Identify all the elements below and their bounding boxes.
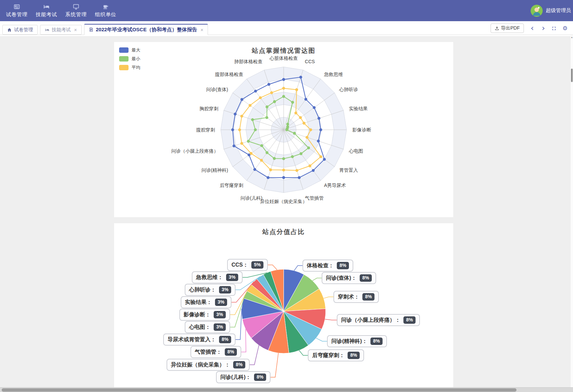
radar-data-point[interactable] (299, 116, 302, 119)
vertical-scrollbar-thumb[interactable] (571, 69, 573, 82)
radar-data-point[interactable] (291, 155, 294, 158)
radar-data-point[interactable] (299, 152, 302, 155)
user-menu[interactable]: 超级管理员 (531, 0, 571, 21)
export-pdf-button[interactable]: 导出PDF (491, 24, 524, 33)
radar-data-point[interactable] (240, 142, 243, 145)
radar-data-point[interactable] (259, 96, 262, 99)
radar-axis-label: 腹部体格检查 (215, 72, 243, 77)
gear-icon[interactable]: ⚙ (563, 26, 568, 31)
pie-label-value-badge: 8% (370, 338, 383, 345)
radar-data-point[interactable] (323, 158, 326, 161)
vertical-scrollbar[interactable]: ▲ (571, 35, 573, 387)
radar-data-point[interactable] (307, 147, 310, 150)
pie-label-实验结果: 实验结果：3% (181, 296, 231, 308)
radar-data-point[interactable] (234, 113, 237, 116)
radar-data-point[interactable] (294, 112, 297, 115)
pie-callout-line (241, 329, 246, 352)
radar-data-point[interactable] (247, 140, 250, 143)
radar-data-point[interactable] (309, 128, 312, 131)
radar-data-point[interactable] (319, 155, 322, 158)
radar-data-point[interactable] (273, 157, 276, 160)
pie-label-name: 气管插管： (195, 349, 222, 356)
radar-data-point[interactable] (298, 176, 301, 179)
radar-data-point[interactable] (253, 168, 256, 171)
pie-callout-line (324, 297, 333, 298)
radar-axis-label: 问诊(儿科) (241, 195, 262, 201)
pie-label-急救思维: 急救思维：3% (192, 271, 243, 283)
radar-data-point[interactable] (282, 176, 285, 179)
radar-data-point[interactable] (267, 83, 271, 86)
main-menu: 试卷管理技能考试系统管理组织单位 (2, 0, 120, 21)
radar-data-point[interactable] (265, 116, 268, 119)
radar-chart-card: 站点掌握情况雷达图 最大最小平均 心脏体格检查CCS急救思维心肺听诊实验结果影像… (114, 42, 453, 217)
nav-item-技能考试[interactable]: 技能考试 (32, 0, 61, 21)
radar-data-point[interactable] (282, 168, 285, 171)
pie-label-name: 心肺听诊： (189, 286, 216, 293)
avatar[interactable] (531, 5, 543, 17)
radar-axis-label: 问诊(精神科) (202, 167, 228, 173)
radar-data-point[interactable] (309, 164, 312, 167)
radar-data-point[interactable] (291, 101, 294, 104)
nav-item-组织单位[interactable]: 组织单位 (91, 0, 120, 21)
radar-data-point[interactable] (241, 98, 244, 101)
tab-技能考试[interactable]: 技能考试× (40, 25, 82, 35)
radar-data-point[interactable] (319, 128, 322, 131)
nav-item-试卷管理[interactable]: 试卷管理 (2, 0, 32, 21)
scrollbar-up-arrow[interactable]: ▲ (571, 36, 573, 38)
radar-data-point[interactable] (293, 132, 296, 135)
radar-data-point[interactable] (299, 76, 302, 79)
radar-data-point[interactable] (254, 128, 257, 131)
radar-data-point[interactable] (240, 115, 243, 118)
pie-label-导尿术或胃管置入: 导尿术或胃管置入：8% (163, 334, 236, 346)
radar-data-point[interactable] (317, 140, 320, 143)
radar-data-point[interactable] (318, 117, 321, 120)
radar-data-point[interactable] (251, 118, 254, 121)
radar-data-point[interactable] (302, 122, 306, 125)
pie-callout-line (294, 266, 302, 271)
radar-data-point[interactable] (231, 128, 234, 131)
radar-data-point[interactable] (282, 157, 285, 160)
nav-item-系统管理[interactable]: 系统管理 (61, 0, 91, 21)
pie-chart-card: 站点分值占比 体格检查：8%问诊(查体)：8%穿刺术：8%问诊（小腿上段疼痛）：… (114, 223, 453, 392)
radar-data-point[interactable] (266, 176, 270, 179)
radar-data-point[interactable] (295, 169, 298, 172)
pie-label-影像诊断: 影像诊断：3% (179, 309, 230, 321)
chevron-left-icon[interactable] (530, 26, 535, 31)
chevron-right-icon[interactable] (541, 26, 545, 31)
radar-data-point[interactable] (265, 106, 268, 109)
document-icon (89, 27, 94, 32)
pie-label-name: 影像诊断： (184, 311, 211, 318)
radar-data-point[interactable] (238, 128, 241, 131)
radar-data-point[interactable] (295, 88, 298, 91)
radar-data-point[interactable] (273, 100, 276, 103)
radar-data-point[interactable] (269, 168, 272, 171)
radar-data-point[interactable] (312, 169, 315, 172)
radar-data-point[interactable] (249, 104, 252, 107)
close-icon[interactable]: × (74, 27, 77, 33)
tab-2022年毕业考试OSCE（协和考点）整体报告[interactable]: 2022年毕业考试OSCE（协和考点）整体报告× (84, 24, 208, 35)
radar-data-point[interactable] (286, 123, 289, 126)
radar-data-point[interactable] (254, 90, 257, 93)
radar-data-point[interactable] (250, 152, 253, 155)
radar-data-point[interactable] (260, 144, 263, 147)
tab-试卷管理[interactable]: 试卷管理 (2, 25, 38, 35)
pie-label-name: 实验结果： (185, 299, 212, 306)
radar-data-point[interactable] (313, 106, 316, 109)
horizontal-scrollbar[interactable] (0, 387, 573, 392)
radar-data-point[interactable] (282, 78, 285, 81)
radar-data-point[interactable] (305, 98, 308, 101)
radar-data-point[interactable] (265, 151, 268, 154)
radar-data-point[interactable] (260, 159, 263, 162)
horizontal-scrollbar-thumb[interactable] (2, 388, 516, 392)
radar-data-point[interactable] (282, 95, 285, 98)
pie-label-value-badge: 8% (362, 293, 374, 300)
fullscreen-icon[interactable] (552, 26, 556, 31)
pie-label-穿刺术: 穿刺术：8% (333, 291, 379, 303)
radar-data-point[interactable] (270, 91, 273, 94)
close-icon[interactable]: × (201, 27, 204, 33)
radar-data-point[interactable] (232, 145, 236, 148)
radar-data-point[interactable] (282, 87, 285, 90)
radar-data-point[interactable] (306, 136, 309, 139)
radar-axis-label: 胃管置入 (339, 167, 358, 173)
radar-data-point[interactable] (285, 128, 288, 131)
